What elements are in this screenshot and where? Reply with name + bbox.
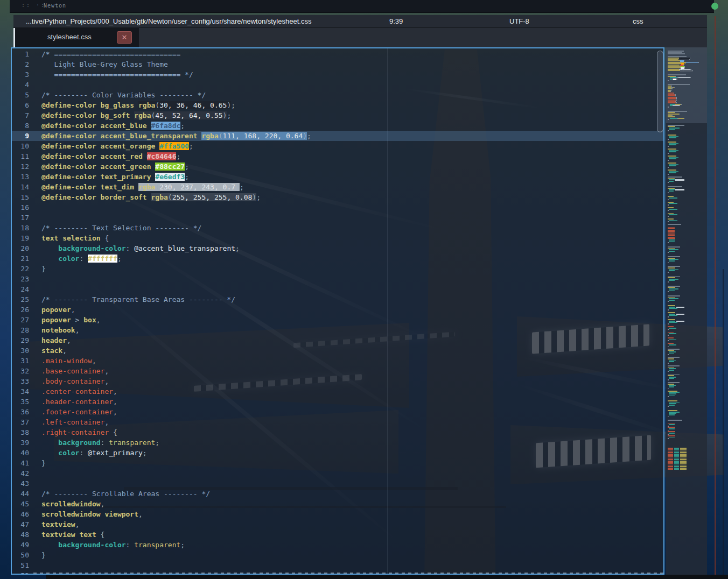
line-number[interactable]: 16 xyxy=(12,202,29,213)
line-number[interactable]: 43 xyxy=(12,478,29,489)
line-number[interactable]: 35 xyxy=(12,397,29,407)
code-line-44[interactable]: 44/* -------- Scrollable Areas -------- … xyxy=(12,489,663,499)
code-line-21[interactable]: 21 color: #ffffff; xyxy=(12,253,663,264)
code-line-37[interactable]: 37.left-container, xyxy=(12,417,663,427)
line-number[interactable]: 8 xyxy=(12,121,29,131)
line-number[interactable]: 14 xyxy=(12,182,29,192)
code-line-42[interactable]: 42 xyxy=(12,468,663,478)
code-line-43[interactable]: 43 xyxy=(12,478,663,489)
line-number[interactable]: 46 xyxy=(12,509,29,519)
line-number[interactable]: 52 xyxy=(12,570,29,574)
code-line-51[interactable]: 51 xyxy=(12,560,663,570)
line-number[interactable]: 39 xyxy=(12,437,29,448)
code-line-39[interactable]: 39 background: transparent; xyxy=(12,437,663,448)
line-number[interactable]: 3 xyxy=(12,69,29,80)
code-line-46[interactable]: 46scrolledwindow viewport, xyxy=(12,509,663,519)
code-line-26[interactable]: 26popover, xyxy=(12,305,663,315)
code-line-41[interactable]: 41} xyxy=(12,458,663,468)
line-number[interactable]: 7 xyxy=(12,110,29,121)
line-number[interactable]: 29 xyxy=(12,335,29,345)
line-number[interactable]: 22 xyxy=(12,264,29,274)
line-number[interactable]: 33 xyxy=(12,376,29,386)
line-number[interactable]: 4 xyxy=(12,80,29,90)
code-line-3[interactable]: 3 ============================== */ xyxy=(12,69,663,80)
code-line-6[interactable]: 6@define-color bg_glass rgba(30, 36, 46,… xyxy=(12,100,663,110)
code-line-34[interactable]: 34.center-container, xyxy=(12,386,663,397)
code-lines[interactable]: 1/* ==============================2 Ligh… xyxy=(12,48,663,574)
code-line-8[interactable]: 8@define-color accent_blue #6fa8dc; xyxy=(12,121,663,131)
code-line-23[interactable]: 23 xyxy=(12,274,663,284)
code-line-36[interactable]: 36.footer-container, xyxy=(12,407,663,417)
code-line-17[interactable]: 17 xyxy=(12,213,663,223)
line-number[interactable]: 18 xyxy=(12,223,29,233)
code-line-33[interactable]: 33.body-container, xyxy=(12,376,663,386)
line-number[interactable]: 17 xyxy=(12,213,29,223)
line-number[interactable]: 27 xyxy=(12,315,29,325)
code-line-15[interactable]: 15@define-color border_soft rgba(255, 25… xyxy=(12,192,663,202)
line-number[interactable]: 48 xyxy=(12,529,29,540)
line-number[interactable]: 44 xyxy=(12,489,29,499)
code-line-13[interactable]: 13@define-color text_primary #e6edf3; xyxy=(12,172,663,182)
code-line-38[interactable]: 38.right-container { xyxy=(12,427,663,437)
code-line-24[interactable]: 24 xyxy=(12,284,663,294)
code-line-35[interactable]: 35.header-container, xyxy=(12,397,663,407)
line-number[interactable]: 5 xyxy=(12,90,29,100)
line-number[interactable]: 51 xyxy=(12,560,29,570)
code-line-45[interactable]: 45scrolledwindow, xyxy=(12,499,663,509)
minimap[interactable] xyxy=(666,47,707,575)
line-number[interactable]: 37 xyxy=(12,417,29,427)
code-line-18[interactable]: 18/* -------- Text Selection -------- */ xyxy=(12,223,663,233)
line-number[interactable]: 24 xyxy=(12,284,29,294)
line-number[interactable]: 1 xyxy=(12,49,29,59)
code-line-20[interactable]: 20 background-color: @accent_blue_transp… xyxy=(12,243,663,253)
code-line-22[interactable]: 22} xyxy=(12,264,663,274)
code-line-40[interactable]: 40 color: @text_primary; xyxy=(12,448,663,458)
line-number[interactable]: 41 xyxy=(12,458,29,468)
code-line-9[interactable]: 9@define-color accent_blue_transparent r… xyxy=(12,131,663,141)
tab-close-button[interactable]: ✕ xyxy=(117,31,132,44)
code-line-11[interactable]: 11@define-color accent_red #c84646; xyxy=(12,151,663,161)
line-number[interactable]: 13 xyxy=(12,172,29,182)
line-number[interactable]: 50 xyxy=(12,550,29,560)
code-line-7[interactable]: 7@define-color bg_soft rgba(45, 52, 64, … xyxy=(12,110,663,121)
line-number[interactable]: 47 xyxy=(12,519,29,529)
code-line-19[interactable]: 19text selection { xyxy=(12,233,663,243)
line-number[interactable]: 15 xyxy=(12,192,29,202)
line-number[interactable]: 25 xyxy=(12,294,29,305)
code-line-5[interactable]: 5/* -------- Color Variables -------- */ xyxy=(12,90,663,100)
line-number[interactable]: 36 xyxy=(12,407,29,417)
code-line-30[interactable]: 30stack, xyxy=(12,345,663,356)
line-number[interactable]: 45 xyxy=(12,499,29,509)
code-line-49[interactable]: 49 background-color: transparent; xyxy=(12,540,663,550)
code-line-29[interactable]: 29header, xyxy=(12,335,663,345)
code-line-2[interactable]: 2 Light Blue-Grey Glass Theme xyxy=(12,59,663,69)
line-number[interactable]: 11 xyxy=(12,151,29,161)
window-titlebar[interactable]: :: ·: .. Newton xyxy=(10,0,714,13)
window-status-light[interactable] xyxy=(711,3,718,10)
code-line-14[interactable]: 14@define-color text_dim rgba(230, 237, … xyxy=(12,182,663,192)
code-line-50[interactable]: 50} xyxy=(12,550,663,560)
code-line-25[interactable]: 25/* -------- Transparent Base Areas ---… xyxy=(12,294,663,305)
line-number[interactable]: 23 xyxy=(12,274,29,284)
code-editor[interactable]: 1/* ==============================2 Ligh… xyxy=(11,47,664,575)
code-line-47[interactable]: 47textview, xyxy=(12,519,663,529)
code-line-4[interactable]: 4 xyxy=(12,80,663,90)
line-number[interactable]: 34 xyxy=(12,386,29,397)
code-line-10[interactable]: 10@define-color accent_orange #ffa500; xyxy=(12,141,663,151)
line-number[interactable]: 6 xyxy=(12,100,29,110)
scrollbar-thumb[interactable] xyxy=(657,51,663,132)
code-line-16[interactable]: 16 xyxy=(12,202,663,213)
code-line-28[interactable]: 28notebook, xyxy=(12,325,663,335)
line-number[interactable]: 2 xyxy=(12,59,29,69)
line-number[interactable]: 9 xyxy=(12,131,29,141)
code-line-32[interactable]: 32.base-container, xyxy=(12,366,663,376)
code-line-27[interactable]: 27popover > box, xyxy=(12,315,663,325)
line-number[interactable]: 42 xyxy=(12,468,29,478)
line-number[interactable]: 28 xyxy=(12,325,29,335)
line-number[interactable]: 20 xyxy=(12,243,29,253)
line-number[interactable]: 40 xyxy=(12,448,29,458)
line-number[interactable]: 31 xyxy=(12,356,29,366)
line-number[interactable]: 32 xyxy=(12,366,29,376)
line-number[interactable]: 49 xyxy=(12,540,29,550)
tab-stylesheet[interactable]: stylesheet.css ✕ xyxy=(13,28,139,47)
